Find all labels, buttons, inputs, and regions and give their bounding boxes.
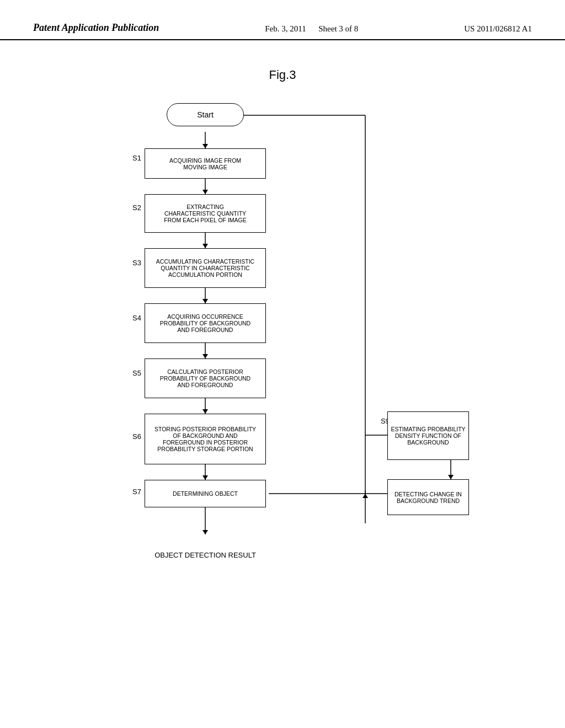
step-s3: ACCUMULATING CHARACTERISTIC QUANTITY IN …: [145, 248, 266, 288]
output-label: OBJECT DETECTION RESULT: [145, 551, 266, 559]
page: Patent Application Publication Feb. 3, 2…: [0, 0, 565, 728]
main-content: Fig.3: [0, 40, 565, 656]
step-s6: STORING POSTERIOR PROBABILITY OF BACKGRO…: [145, 414, 266, 464]
page-header: Patent Application Publication Feb. 3, 2…: [0, 0, 565, 40]
sheet-info: Sheet 3 of 8: [318, 24, 358, 33]
flowchart-container: Start S1 ACQUIRING IMAGE FROM MOVING IMA…: [95, 93, 470, 634]
svg-marker-9: [202, 354, 208, 358]
flowchart: Start S1 ACQUIRING IMAGE FROM MOVING IMA…: [95, 93, 470, 634]
publication-date: Feb. 3, 2011: [265, 24, 306, 33]
figure-title: Fig.3: [269, 68, 296, 82]
patent-number: US 2011/026812 A1: [464, 24, 532, 34]
step-label-s6: S6: [132, 432, 141, 441]
svg-marker-1: [202, 144, 208, 148]
step-s8: DETECTING CHANGE IN BACKGROUND TREND: [387, 479, 469, 515]
step-s2: EXTRACTING CHARACTERISTIC QUANTITY FROM …: [145, 194, 266, 233]
step-s7: DETERMINING OBJECT: [145, 480, 266, 507]
header-center: Feb. 3, 2011 Sheet 3 of 8: [265, 24, 358, 34]
svg-marker-5: [202, 244, 208, 248]
step-s1: ACQUIRING IMAGE FROM MOVING IMAGE: [145, 148, 266, 179]
svg-marker-26: [363, 494, 368, 498]
start-shape: Start: [167, 103, 244, 126]
svg-marker-11: [202, 409, 208, 414]
svg-marker-15: [202, 530, 208, 534]
step-label-s4: S4: [132, 314, 141, 322]
step-label-s2: S2: [132, 204, 141, 212]
svg-marker-3: [202, 190, 208, 194]
step-s4: ACQUIRING OCCURRENCE PROBABILITY OF BACK…: [145, 303, 266, 343]
svg-marker-13: [202, 475, 208, 480]
svg-marker-7: [202, 299, 208, 303]
svg-marker-24: [448, 475, 454, 479]
step-s9: ESTIMATING PROBABILITY DENSITY FUNCTION …: [387, 411, 469, 460]
step-label-s7: S7: [132, 488, 141, 496]
step-label-s5: S5: [132, 369, 141, 377]
publication-title: Patent Application Publication: [33, 22, 159, 34]
step-label-s1: S1: [132, 154, 141, 162]
step-s5: CALCULATING POSTERIOR PROBABILITY OF BAC…: [145, 358, 266, 398]
step-label-s3: S3: [132, 259, 141, 267]
